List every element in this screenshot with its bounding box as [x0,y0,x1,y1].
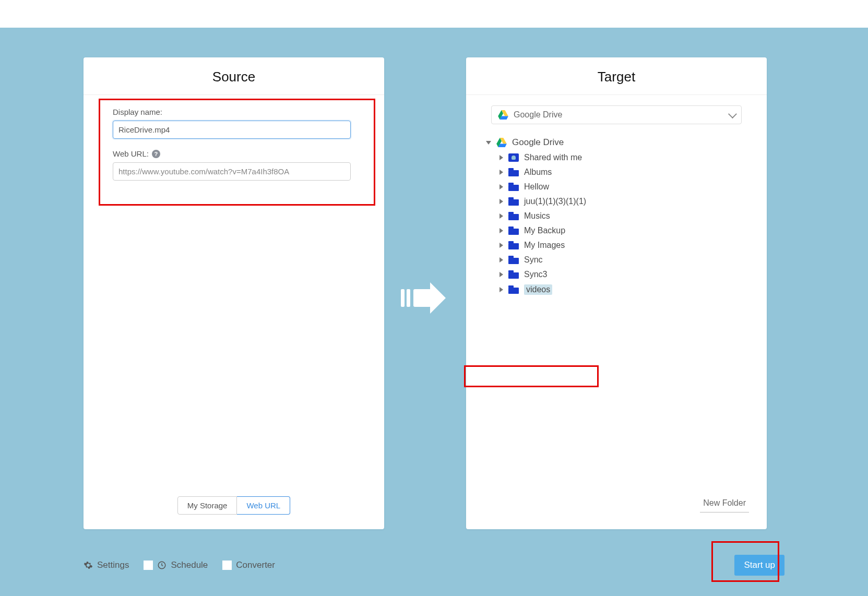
target-body: Google Drive Google Drive Shared with me… [466,95,767,530]
folder-icon [508,270,519,279]
settings-button[interactable]: Settings [84,560,129,570]
folder-icon [508,183,519,191]
tree-item-label: videos [524,284,552,295]
folder-icon [508,197,519,206]
main-area: Source Display name: Web URL: ? My Stora… [0,28,868,596]
display-name-input[interactable] [113,121,351,139]
bottom-left-controls: Settings Schedule Converter [84,560,275,570]
source-panel: Source Display name: Web URL: ? My Stora… [84,57,384,529]
tree-item-shared-with-me[interactable]: Shared with me [497,150,751,165]
schedule-label: Schedule [171,560,208,570]
tree-item-label: Musics [524,211,550,221]
web-url-label: Web URL: ? [113,149,366,158]
folder-icon [508,168,519,176]
source-title: Source [84,57,384,95]
target-dropdown-label: Google Drive [514,110,562,120]
display-name-label: Display name: [113,108,366,116]
expander-closed-icon[interactable] [500,184,503,189]
tab-web-url[interactable]: Web URL [237,496,290,515]
web-url-label-text: Web URL: [113,149,149,158]
folder-icon [508,241,519,249]
converter-toggle[interactable]: Converter [222,560,275,570]
converter-checkbox[interactable] [222,561,232,570]
schedule-toggle[interactable]: Schedule [144,560,208,570]
top-whitespace [0,0,868,28]
converter-label: Converter [236,560,275,570]
tree-item-sync[interactable]: Sync [497,253,751,267]
shared-folder-icon [508,153,519,162]
expander-closed-icon[interactable] [500,243,503,248]
target-drive-dropdown[interactable]: Google Drive [491,105,742,124]
tree-root[interactable]: Google Drive [484,135,751,150]
expander-closed-icon[interactable] [500,155,503,160]
tree-item-label: Albums [524,168,552,177]
expander-closed-icon[interactable] [500,287,503,292]
gear-icon [84,561,93,570]
settings-label: Settings [97,560,129,570]
tab-my-storage[interactable]: My Storage [177,496,237,515]
start-up-button[interactable]: Start up [734,555,784,576]
transfer-arrow-icon [401,282,446,314]
clock-icon [157,561,167,570]
target-panel: Target Google Drive Google Drive [466,57,767,529]
chevron-down-icon [728,110,737,118]
tree-item-my-images[interactable]: My Images [497,238,751,253]
tree-root-label: Google Drive [512,137,564,148]
tree-item-label: juu(1)(1)(3)(1)(1) [524,197,586,206]
tree-item-albums[interactable]: Albums [497,165,751,180]
tree-item-label: My Images [524,241,565,250]
tree-item-videos[interactable]: videos [497,282,751,297]
tree-item-label: Sync [524,255,543,265]
tree-item-label: Hellow [524,182,549,192]
schedule-checkbox[interactable] [144,561,153,570]
help-icon[interactable]: ? [152,150,160,158]
tree-item-label: My Backup [524,226,565,235]
folder-icon [508,212,519,220]
web-url-input[interactable] [113,162,351,181]
tree-item-musics[interactable]: Musics [497,209,751,223]
target-title: Target [466,57,767,95]
google-drive-icon [496,138,507,147]
tree-item-hellow[interactable]: Hellow [497,180,751,194]
expander-closed-icon[interactable] [500,199,503,204]
folder-icon [508,227,519,235]
tree-item-my-backup[interactable]: My Backup [497,223,751,238]
tree-item-sync3[interactable]: Sync3 [497,267,751,282]
tree-item-juu-1-1-3-1-1-[interactable]: juu(1)(1)(3)(1)(1) [497,194,751,209]
source-tabs: My Storage Web URL [84,496,384,515]
tree-item-label: Shared with me [524,153,582,162]
new-folder-button[interactable]: New Folder [700,498,749,512]
expander-closed-icon[interactable] [500,272,503,277]
expander-closed-icon[interactable] [500,228,503,233]
folder-icon [508,285,519,294]
expander-closed-icon[interactable] [500,257,503,263]
google-drive-icon [498,110,508,120]
folder-icon [508,256,519,264]
bottom-bar: Settings Schedule Converter Start up [84,555,784,576]
expander-closed-icon[interactable] [500,213,503,219]
source-body: Display name: Web URL: ? My Storage Web … [84,95,384,530]
folder-tree: Google Drive Shared with meAlbumsHellowj… [484,135,751,297]
expander-open-icon[interactable] [486,141,491,145]
tree-item-label: Sync3 [524,270,547,279]
expander-closed-icon[interactable] [500,170,503,175]
